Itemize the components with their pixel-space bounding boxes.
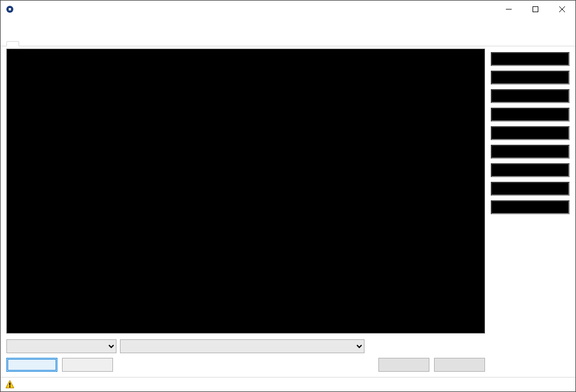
svg-rect-3	[9, 383, 10, 386]
left-column	[6, 49, 485, 377]
button-row	[6, 358, 485, 372]
app-window	[0, 0, 576, 392]
warning-icon	[5, 380, 14, 389]
minimum-value	[491, 71, 570, 85]
content	[1, 46, 575, 377]
save-button[interactable]	[378, 358, 429, 372]
maximize-button[interactable]	[522, 1, 549, 18]
block-size-value	[491, 200, 570, 214]
chart	[6, 49, 485, 334]
statusbar	[1, 377, 575, 391]
stats-panel	[491, 49, 570, 377]
svg-rect-2	[533, 7, 538, 12]
cpu-maximum-value	[491, 163, 570, 177]
controls-row	[6, 339, 485, 353]
stop-button[interactable]	[62, 358, 113, 372]
cpu-average-value	[491, 182, 570, 196]
svg-rect-4	[9, 386, 10, 387]
minimize-button[interactable]	[495, 1, 522, 18]
tab-linear-write[interactable]	[6, 41, 19, 46]
cpu-minimum-value	[491, 145, 570, 159]
test-mode-select[interactable]	[6, 339, 116, 353]
close-button[interactable]	[549, 1, 575, 18]
drive-select[interactable]	[120, 339, 364, 353]
chart-line	[36, 55, 479, 317]
clear-button[interactable]	[434, 358, 485, 372]
tabstrip	[1, 32, 575, 46]
menubar	[1, 18, 575, 32]
cpu-current-value	[491, 126, 570, 140]
current-value	[491, 52, 570, 66]
app-icon	[5, 5, 14, 14]
svg-rect-1	[9, 8, 11, 10]
titlebar	[1, 1, 575, 18]
start-button[interactable]	[6, 358, 57, 372]
average-value	[491, 108, 570, 122]
maximum-value	[491, 89, 570, 103]
